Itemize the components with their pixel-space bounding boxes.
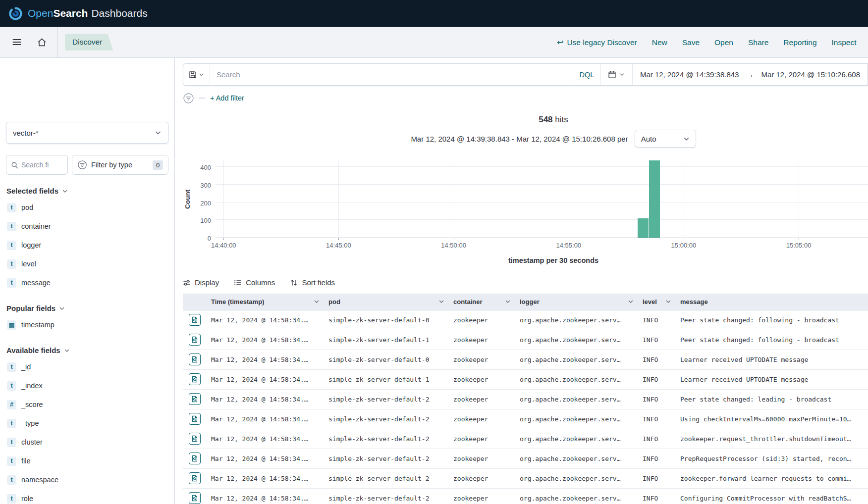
table-wrap: Time (timestamp)podcontainerloggerlevelm…: [183, 294, 868, 504]
field-item-message[interactable]: tmessage: [0, 273, 174, 292]
field-item-pod[interactable]: tpod: [0, 198, 174, 217]
column-header-pod[interactable]: pod: [324, 294, 449, 310]
toolbar-action-inspect[interactable]: Inspect: [832, 38, 857, 47]
cell-time: Mar 12, 2024 @ 14:58:34.…: [207, 350, 324, 369]
columns-button[interactable]: Columns: [234, 278, 275, 287]
field-item-_id[interactable]: t_id: [0, 357, 174, 376]
inspect-document-button[interactable]: [189, 413, 201, 425]
filter-circle-icon[interactable]: [183, 93, 194, 104]
toolbar-actions: ↩Use legacy DiscoverNewSaveOpenShareRepo…: [557, 27, 857, 58]
gridline-horizontal: [216, 202, 868, 202]
brand-search: Search: [53, 7, 88, 19]
x-tick-label: 15:00:00: [671, 242, 697, 249]
inspect-document-button[interactable]: [189, 393, 201, 405]
divider: [199, 98, 205, 99]
saved-query-button[interactable]: [183, 64, 210, 85]
section-title-popular-fields[interactable]: Popular fields: [0, 304, 174, 312]
field-name: role: [21, 495, 33, 503]
field-name: _score: [21, 401, 43, 408]
field-item-file[interactable]: tfile: [0, 452, 174, 470]
sort-fields-button[interactable]: Sort fields: [290, 278, 335, 287]
histogram-bar[interactable]: [649, 160, 660, 238]
column-header-message[interactable]: message: [676, 294, 868, 310]
inspect-document-button[interactable]: [189, 433, 201, 445]
menu-button[interactable]: [8, 33, 26, 51]
index-pattern-value: vector-*: [13, 129, 39, 137]
field-search-input[interactable]: [21, 161, 61, 169]
display-button[interactable]: Display: [183, 278, 219, 287]
toolbar-action-share[interactable]: Share: [748, 38, 768, 47]
column-header-container[interactable]: container: [449, 294, 515, 310]
query-language-button[interactable]: DQL: [573, 64, 600, 85]
cell-message: Using checkIntervalMs=60000 maxPerMinute…: [676, 409, 868, 429]
x-axis: 14:40:0014:45:0014:50:0014:55:0015:00:00…: [216, 242, 868, 252]
table-row: Mar 12, 2024 @ 14:58:34.…simple-zk-serve…: [183, 429, 868, 449]
cell-time: Mar 12, 2024 @ 14:58:34.…: [207, 389, 324, 409]
toolbar-action-use-legacy-discover[interactable]: ↩Use legacy Discover: [557, 38, 637, 47]
inspect-document-button[interactable]: [189, 472, 201, 484]
interval-select[interactable]: Auto: [635, 130, 696, 148]
inspect-document-button[interactable]: [189, 334, 201, 346]
field-item-_score[interactable]: #_score: [0, 395, 174, 414]
gridline-horizontal: [216, 166, 868, 167]
cell-level: INFO: [638, 409, 676, 429]
search-input[interactable]: [217, 70, 566, 79]
section-title-available-fields[interactable]: Available fields: [0, 346, 174, 354]
field-item-logger[interactable]: tlogger: [0, 236, 174, 254]
inspect-document-button[interactable]: [189, 373, 201, 385]
table-row: Mar 12, 2024 @ 14:58:34.…simple-zk-serve…: [183, 468, 868, 488]
query-bar: DQL Mar 12, 2024 @ 14:39:38.843 → Mar 12…: [183, 63, 868, 86]
time-range-end[interactable]: Mar 12, 2024 @ 15:10:26.608: [761, 70, 860, 79]
field-item-container[interactable]: tcontainer: [0, 217, 174, 236]
field-item-namespace[interactable]: tnamespace: [0, 470, 174, 489]
cell-pod: simple-zk-server-default-2: [324, 429, 449, 449]
field-item-_index[interactable]: t_index: [0, 376, 174, 395]
calendar-icon: [608, 70, 616, 79]
inspect-document-button[interactable]: [189, 453, 201, 464]
cell-time: Mar 12, 2024 @ 14:58:34.…: [207, 369, 324, 389]
date-picker-button[interactable]: [600, 64, 632, 85]
hits-label: hits: [555, 115, 568, 124]
field-item-level[interactable]: tlevel: [0, 254, 174, 273]
cell-container: zookeeper: [449, 330, 515, 350]
home-icon: [37, 38, 47, 47]
filter-icon: [77, 160, 87, 170]
cell-pod: simple-zk-server-default-0: [324, 310, 449, 330]
toolbar-action-open[interactable]: Open: [714, 38, 733, 47]
tick-mark: [569, 238, 569, 240]
cell-level: INFO: [638, 468, 676, 488]
section-title-selected-fields[interactable]: Selected fields: [0, 187, 174, 195]
discover-main: DQL Mar 12, 2024 @ 14:39:38.843 → Mar 12…: [175, 58, 868, 504]
toolbar-action-new[interactable]: New: [652, 38, 667, 47]
field-name: _id: [21, 363, 31, 371]
add-filter-button[interactable]: + Add filter: [210, 94, 244, 102]
time-range-start[interactable]: Mar 12, 2024 @ 14:39:38.843: [640, 70, 739, 79]
field-item-timestamp[interactable]: ▦timestamp: [0, 315, 174, 334]
inspect-document-button[interactable]: [189, 492, 201, 504]
column-header-time-timestamp-[interactable]: Time (timestamp): [207, 294, 324, 310]
table-row: Mar 12, 2024 @ 14:58:34.…simple-zk-serve…: [183, 449, 868, 468]
cell-container: zookeeper: [449, 310, 515, 330]
index-pattern-select[interactable]: vector-*: [6, 122, 168, 144]
search-box[interactable]: [210, 64, 573, 85]
toolbar-action-save[interactable]: Save: [682, 38, 700, 47]
field-item-cluster[interactable]: tcluster: [0, 433, 174, 452]
filter-by-type-button[interactable]: Filter by type 0: [72, 155, 168, 175]
histogram-bar[interactable]: [638, 218, 649, 238]
tick-mark: [684, 238, 684, 240]
breadcrumb[interactable]: Discover: [65, 34, 113, 50]
home-button[interactable]: [33, 33, 51, 51]
toolbar-action-reporting[interactable]: Reporting: [783, 38, 816, 47]
field-search[interactable]: [6, 155, 68, 175]
sliders-icon: [183, 279, 191, 287]
inspect-document-button[interactable]: [189, 314, 201, 326]
string-type-icon: t: [7, 475, 16, 485]
tick-mark: [338, 238, 339, 240]
column-header-level[interactable]: level: [638, 294, 676, 310]
cell-time: Mar 12, 2024 @ 14:58:34.…: [207, 310, 324, 330]
cell-pod: simple-zk-server-default-2: [324, 488, 449, 504]
inspect-document-button[interactable]: [189, 353, 201, 365]
field-item-role[interactable]: trole: [0, 489, 174, 504]
column-header-logger[interactable]: logger: [515, 294, 638, 310]
field-item-_type[interactable]: t_type: [0, 414, 174, 433]
